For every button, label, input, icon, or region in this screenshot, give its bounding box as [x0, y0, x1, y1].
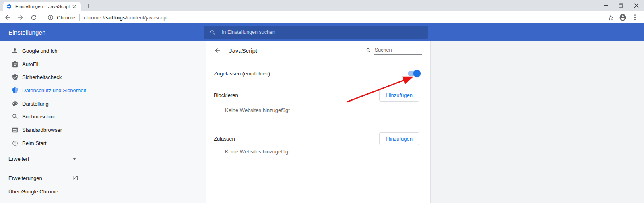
browser-toolbar: Chrome chrome://settings/content/javascr…: [0, 11, 644, 23]
block-add-button[interactable]: Hinzufügen: [379, 89, 419, 102]
sidebar-item-erweiterungen[interactable]: Erweiterungen: [0, 172, 83, 185]
autofill-icon: [11, 60, 19, 68]
page-title: JavaScript: [229, 47, 366, 54]
settings-header: Einstellungen: [0, 23, 644, 41]
toolbar-right: [605, 12, 641, 23]
default-browser-icon: [11, 126, 19, 134]
external-link-icon: [72, 175, 78, 181]
advanced-label: Erweitert: [8, 156, 29, 162]
left-pane: Google und ich AutoFill Sicherheitscheck…: [0, 41, 206, 203]
site-settings-icon: [47, 14, 54, 21]
power-icon: [11, 139, 19, 147]
back-icon[interactable]: [2, 12, 13, 23]
appearance-palette-icon: [11, 99, 19, 108]
address-bar[interactable]: Chrome chrome://settings/content/javascr…: [44, 12, 601, 23]
search-engine-icon: [11, 113, 19, 121]
security-check-icon: [11, 73, 19, 81]
back-arrow-icon[interactable]: [212, 45, 223, 56]
tab-title: Einstellungen – JavaScript: [15, 4, 71, 9]
close-window-icon[interactable]: [629, 0, 644, 11]
omnibox-separator: [79, 14, 80, 21]
settings-gear-favicon: [6, 4, 12, 9]
sidebar-advanced-toggle[interactable]: Erweitert: [0, 152, 83, 166]
browser-menu-icon[interactable]: [629, 12, 641, 23]
allow-section-row: Zulassen Hinzufügen: [206, 130, 430, 147]
inline-search-input[interactable]: [374, 46, 422, 55]
settings-search-input[interactable]: [221, 29, 428, 35]
sidebar-item-sicherheitscheck[interactable]: Sicherheitscheck: [0, 70, 105, 84]
window-controls: [598, 0, 644, 11]
reload-icon[interactable]: [28, 12, 39, 23]
sidebar-item-label: Suchmaschine: [22, 114, 56, 120]
sidebar-item-label: Standardbrowser: [22, 127, 62, 133]
restore-icon[interactable]: [613, 0, 629, 11]
content-header: JavaScript: [206, 41, 430, 60]
person-icon: [11, 47, 19, 55]
search-icon: [366, 48, 372, 53]
sidebar-item-label: Darstellung: [22, 101, 49, 107]
search-icon: [209, 29, 216, 35]
chevron-down-icon: [73, 158, 76, 160]
new-tab-button[interactable]: [85, 3, 92, 9]
sidebar-item-darstellung[interactable]: Darstellung: [0, 97, 105, 110]
block-section-row: Blockieren Hinzufügen: [206, 87, 430, 103]
inline-search: [366, 46, 422, 55]
profile-avatar-icon[interactable]: [617, 12, 629, 23]
sidebar-item-beim-start[interactable]: Beim Start: [0, 137, 105, 150]
tab-strip: Einstellungen – JavaScript: [0, 0, 644, 11]
allow-empty-text: Keine Websites hinzugefügt: [206, 147, 430, 156]
content-card: JavaScript Zugelassen (empfohlen) Blocki…: [206, 41, 431, 203]
settings-sidebar: Google und ich AutoFill Sicherheitscheck…: [0, 41, 105, 198]
block-section-title: Blockieren: [214, 92, 238, 98]
sidebar-item-label: Beim Start: [22, 140, 47, 146]
minimize-icon[interactable]: [598, 0, 613, 11]
url-text: chrome://settings/content/javascript: [84, 14, 168, 21]
toggle-label: Zugelassen (empfohlen): [214, 70, 270, 77]
sidebar-item-label: Datenschutz und Sicherheit: [22, 87, 86, 93]
sidebar-item-google-und-ich[interactable]: Google und ich: [0, 44, 105, 58]
sidebar-item-about-chrome[interactable]: Über Google Chrome: [0, 185, 105, 198]
extensions-label: Erweiterungen: [8, 175, 42, 181]
sidebar-item-label: AutoFill: [22, 61, 39, 67]
settings-search-box[interactable]: [204, 26, 428, 39]
sidebar-item-suchmaschine[interactable]: Suchmaschine: [0, 110, 105, 123]
forward-icon[interactable]: [15, 12, 26, 23]
toggle-knob: [413, 70, 421, 77]
sidebar-divider: [0, 169, 83, 169]
right-pane: [431, 41, 644, 203]
allow-add-button[interactable]: Hinzufügen: [379, 132, 419, 145]
sidebar-item-datenschutz[interactable]: Datenschutz und Sicherheit: [0, 84, 105, 97]
javascript-toggle-row: Zugelassen (empfohlen): [206, 60, 430, 87]
tab-close-icon[interactable]: [71, 3, 77, 10]
block-empty-text: Keine Websites hinzugefügt: [206, 103, 430, 117]
site-label: Chrome: [57, 14, 75, 21]
settings-title: Einstellungen: [8, 23, 46, 41]
sidebar-item-standardbrowser[interactable]: Standardbrowser: [0, 123, 105, 137]
sidebar-item-autofill[interactable]: AutoFill: [0, 58, 105, 71]
browser-tab[interactable]: Einstellungen – JavaScript: [3, 2, 80, 11]
sidebar-item-label: Google und ich: [22, 48, 57, 54]
javascript-toggle[interactable]: [408, 71, 420, 76]
allow-section-title: Zulassen: [214, 136, 235, 142]
about-label: Über Google Chrome: [8, 188, 58, 195]
page-body: Google und ich AutoFill Sicherheitscheck…: [0, 41, 644, 203]
sidebar-item-label: Sicherheitscheck: [22, 74, 62, 80]
bookmark-star-icon[interactable]: [605, 12, 617, 23]
privacy-shield-icon: [11, 86, 19, 94]
